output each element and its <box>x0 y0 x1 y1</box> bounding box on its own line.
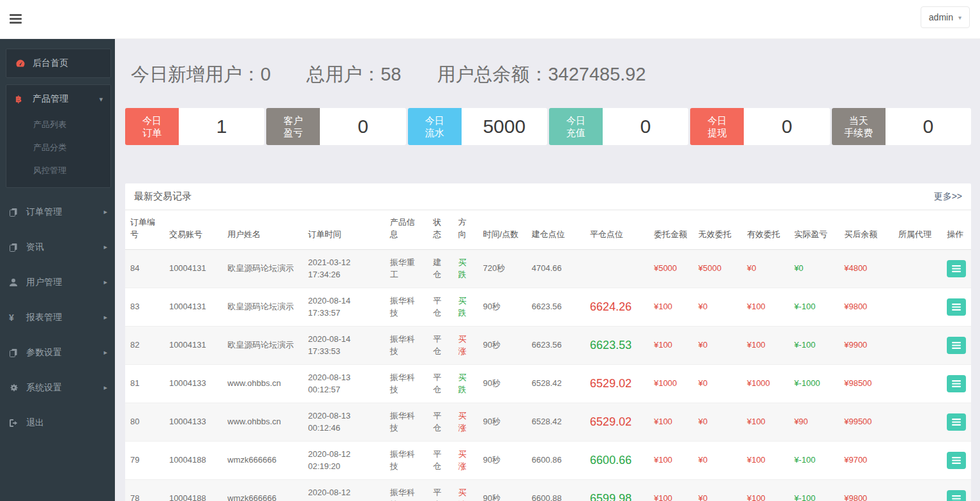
cell-balance: ¥9800 <box>839 288 893 326</box>
row-detail-button[interactable] <box>947 260 966 277</box>
more-link[interactable]: 更多>> <box>934 191 962 203</box>
cell-order-id: 81 <box>125 364 164 403</box>
cell-direction: 买涨 <box>453 403 478 441</box>
sidebar-item-news[interactable]: 资讯 ▸ <box>0 229 115 265</box>
cell-account: 10004188 <box>164 479 222 501</box>
row-detail-button[interactable] <box>947 452 966 469</box>
column-header: 用户姓名 <box>222 210 303 249</box>
cell-balance: ¥9900 <box>839 326 893 364</box>
user-menu-label: admin <box>929 12 953 22</box>
sidebar-item-product-management[interactable]: ฿ 产品管理 ▾ <box>6 85 110 113</box>
cell-duration: 90秒 <box>478 326 527 364</box>
stat-card-value: 0 <box>886 108 971 145</box>
sidebar-submenu: 产品列表 产品分类 风控管理 <box>6 113 110 187</box>
table-row: 78 10004188 wmzk666666 2020-08-12 02:14:… <box>125 479 971 501</box>
row-detail-button[interactable] <box>947 298 966 316</box>
transactions-header-row: 订单编号交易账号用户姓名订单时间产品信息状态方向时间/点数建仓点位平仓点位委托金… <box>125 210 971 249</box>
column-header: 方向 <box>453 210 478 249</box>
cell-action <box>942 288 971 326</box>
cell-user-name: wmzk666666 <box>222 441 303 479</box>
cell-product: 振华科技 <box>385 403 428 441</box>
dashboard-icon <box>15 59 33 68</box>
stat-card-label: 今日 充值 <box>549 108 603 145</box>
cell-order-id: 82 <box>125 326 164 364</box>
row-detail-button[interactable] <box>947 375 966 392</box>
cell-balance: ¥9700 <box>839 441 893 479</box>
list-icon <box>952 419 961 426</box>
cell-close-point: 6623.53 <box>585 326 649 364</box>
sidebar-item-user-management[interactable]: 用户管理 ▸ <box>0 265 115 300</box>
cell-account: 10004188 <box>164 441 222 479</box>
column-header: 有效委托 <box>742 210 789 249</box>
sidebar-item-report-management[interactable]: ¥ 报表管理 ▸ <box>0 300 115 335</box>
cell-product: 振华重工 <box>385 249 428 288</box>
summary-total-users: 总用户：58 <box>306 62 401 88</box>
sidebar-subitem-product-list[interactable]: 产品列表 <box>6 113 110 136</box>
cell-status: 平仓 <box>428 479 453 501</box>
cell-account: 10004133 <box>164 403 222 441</box>
table-row: 80 10004133 www.ohbbs.cn 2020-08-13 00:1… <box>125 403 971 441</box>
sidebar-subitem-risk-management[interactable]: 风控管理 <box>6 159 110 182</box>
topbar: admin ▾ <box>0 0 980 39</box>
sidebar-item-dashboard[interactable]: 后台首页 <box>6 49 110 77</box>
sidebar-item-label: 后台首页 <box>33 58 68 69</box>
sidebar-item-parameter-settings[interactable]: 参数设置 ▸ <box>0 335 115 370</box>
cell-consign-amount: ¥100 <box>649 326 693 364</box>
user-menu-button[interactable]: admin ▾ <box>921 6 970 28</box>
cell-action <box>942 403 971 441</box>
cell-order-time: 2020-08-12 02:14:25 <box>303 479 384 501</box>
cell-status: 平仓 <box>428 326 453 364</box>
cell-open-point: 6623.56 <box>527 288 585 326</box>
sidebar-item-system-settings[interactable]: 系统设置 ▸ <box>0 370 115 405</box>
column-header: 订单时间 <box>303 210 384 249</box>
cell-agent <box>893 403 942 441</box>
summary-stats: 今日新增用户：0 总用户：58 用户总余额：3427485.92 <box>131 62 971 88</box>
sidebar-item-label: 退出 <box>26 417 44 429</box>
row-detail-button[interactable] <box>947 413 966 431</box>
cell-user-name: 欧皇源码论坛演示 <box>222 326 303 364</box>
cell-consign-amount: ¥100 <box>649 403 693 441</box>
cell-duration: 90秒 <box>478 441 527 479</box>
cell-action <box>942 326 971 364</box>
cell-direction: 买涨 <box>453 326 478 364</box>
cell-consign-amount: ¥5000 <box>649 249 693 288</box>
cell-invalid-consign: ¥0 <box>693 403 742 441</box>
summary-total-balance: 用户总余额：3427485.92 <box>437 62 645 88</box>
cell-consign-amount: ¥1000 <box>649 364 693 403</box>
cell-order-id: 84 <box>125 249 164 288</box>
hamburger-menu-icon[interactable] <box>10 14 22 26</box>
stat-card: 客户 盈亏 0 <box>266 108 405 145</box>
cell-order-time: 2021-03-12 17:34:26 <box>303 249 384 288</box>
stat-cards: 今日 订单 1 客户 盈亏 0 今日 流水 5000 今日 充值 0 今日 提现… <box>125 108 971 145</box>
cell-valid-consign: ¥100 <box>742 326 789 364</box>
sidebar-item-label: 产品管理 <box>33 93 68 105</box>
cell-order-id: 83 <box>125 288 164 326</box>
cell-user-name: www.ohbbs.cn <box>222 403 303 441</box>
cell-open-point: 6528.42 <box>527 403 585 441</box>
cell-order-time: 2020-08-12 02:19:20 <box>303 441 384 479</box>
cell-close-point <box>585 249 649 288</box>
transactions-table: 订单编号交易账号用户姓名订单时间产品信息状态方向时间/点数建仓点位平仓点位委托金… <box>125 210 971 501</box>
cell-actual-profit: ¥-1000 <box>789 364 839 403</box>
cell-close-point: 6529.02 <box>585 364 649 403</box>
column-header: 订单编号 <box>125 210 164 249</box>
cell-invalid-consign: ¥0 <box>693 288 742 326</box>
row-detail-button[interactable] <box>947 337 966 354</box>
transactions-tbody: 84 10004131 欧皇源码论坛演示 2021-03-12 17:34:26… <box>125 249 971 501</box>
sidebar: 后台首页 ฿ 产品管理 ▾ 产品列表 产品分类 风控管理 订单管理 ▸ <box>0 39 115 501</box>
cell-balance: ¥9800 <box>839 479 893 501</box>
file-icon <box>9 348 26 357</box>
sidebar-item-order-management[interactable]: 订单管理 ▸ <box>0 194 115 229</box>
cell-close-point: 6600.66 <box>585 441 649 479</box>
sidebar-item-logout[interactable]: 退出 <box>0 405 115 440</box>
row-detail-button[interactable] <box>947 490 966 501</box>
caret-down-icon: ▾ <box>99 95 103 104</box>
cell-account: 10004133 <box>164 364 222 403</box>
main-content: 今日新增用户：0 总用户：58 用户总余额：3427485.92 今日 订单 1… <box>115 39 980 501</box>
stat-card: 当天 手续费 0 <box>832 108 971 145</box>
cell-close-point: 6624.26 <box>585 288 649 326</box>
cell-open-point: 6600.86 <box>527 441 585 479</box>
cell-invalid-consign: ¥0 <box>693 441 742 479</box>
column-header: 交易账号 <box>164 210 222 249</box>
sidebar-subitem-product-category[interactable]: 产品分类 <box>6 136 110 159</box>
